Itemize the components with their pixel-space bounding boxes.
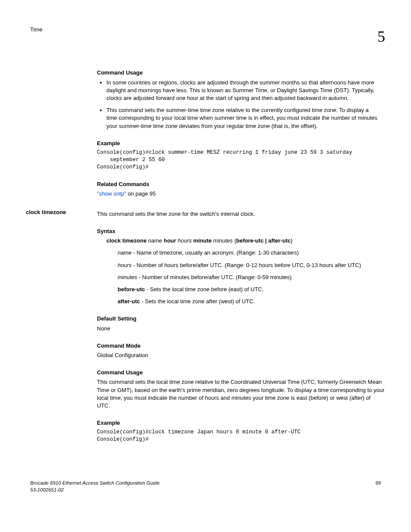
related-commands-rest: on page 95 [126, 190, 156, 197]
syntax-line: clock timezone name hour hours minute mi… [106, 237, 385, 245]
example2-code: Console(config)#clock timezone Japan hou… [97, 429, 385, 443]
footer-left: Brocade 6910 Ethernet Access Switch Conf… [30, 479, 160, 493]
footer-doc-id: 53-1002651-02 [30, 486, 160, 493]
related-commands-text: "show sntp" on page 95 [97, 190, 381, 198]
command-usage-list: In some countries or regions, clocks are… [97, 79, 381, 130]
chapter-number: 5 [377, 26, 385, 47]
command-usage-heading: Command Usage [97, 69, 381, 77]
command-name: clock timezone [26, 208, 97, 445]
command-mode-heading: Command Mode [97, 342, 385, 350]
default-setting-heading: Default Setting [97, 315, 385, 323]
example-heading: Example [97, 140, 381, 147]
example-code: Console(config)#clock summer-time MESZ r… [97, 149, 381, 171]
footer-doc-title: Brocade 6910 Ethernet Access Switch Conf… [30, 479, 160, 486]
page-header: Time 5 [26, 26, 385, 47]
show-sntp-link[interactable]: "show sntp" [97, 190, 126, 197]
command-description: This command sets the time zone for the … [97, 210, 385, 218]
usage-bullet-2: This command sets the summer-time time z… [106, 106, 381, 130]
default-setting-text: None [97, 325, 385, 333]
page-footer: Brocade 6910 Ethernet Access Switch Conf… [26, 479, 385, 493]
param-name: name - Name of timezone, usually an acro… [118, 249, 385, 257]
command-usage2-text: This command sets the local time zone re… [97, 378, 385, 410]
command-body: This command sets the time zone for the … [97, 208, 385, 445]
param-after-utc: after-utc - Sets the local time zone aft… [118, 298, 385, 305]
syntax-body: clock timezone name hour hours minute mi… [106, 237, 385, 305]
command-usage2-heading: Command Usage [97, 369, 385, 376]
command-mode-text: Global Configuration [97, 352, 385, 359]
syntax-params: name - Name of timezone, usually an acro… [118, 249, 385, 305]
main-content: Command Usage In some countries or regio… [97, 69, 381, 198]
syntax-heading: Syntax [97, 227, 385, 235]
section-title: Time [26, 26, 42, 34]
param-before-utc: before-utc - Sets the local time zone be… [118, 286, 385, 293]
footer-page-number: 99 [375, 479, 381, 493]
param-hours: hours - Number of hours before/after UTC… [118, 261, 385, 269]
command-row: clock timezone This command sets the tim… [26, 208, 385, 445]
related-commands-heading: Related Commands [97, 180, 381, 188]
example2-heading: Example [97, 419, 385, 427]
usage-bullet-1: In some countries or regions, clocks are… [106, 79, 381, 103]
param-minutes: minutes - Number of minutes before/after… [118, 274, 385, 281]
